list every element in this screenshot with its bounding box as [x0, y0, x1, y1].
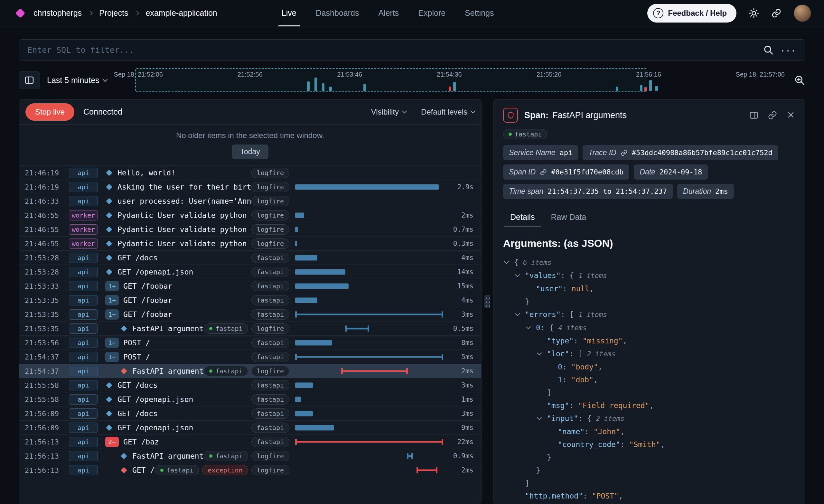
trace-row[interactable]: 21:56:09apiGET /docsfastapi3ms [19, 406, 481, 421]
trace-row[interactable]: 21:46:19apiAsking the user for their bir… [19, 180, 481, 194]
trace-row[interactable]: 21:46:19apiHello, world!logfire [19, 166, 481, 180]
timeline-bar [644, 87, 647, 91]
duration-bar [295, 213, 304, 218]
open-side-panel-icon[interactable] [749, 110, 759, 120]
theme-toggle-icon[interactable] [749, 8, 759, 18]
trace-row-service: api [64, 352, 103, 362]
caret-down-icon[interactable] [503, 259, 511, 267]
trace-row[interactable]: 21:54:37apiFastAPI argumentsfastapilogfi… [19, 364, 481, 378]
trace-row-waterfall [295, 321, 443, 336]
trace-row-time: 21:46:55 [19, 240, 64, 248]
span-kind-diamond-icon [106, 382, 112, 389]
filter-overflow-menu-icon[interactable]: ··· [781, 47, 797, 53]
search-icon[interactable] [763, 44, 774, 56]
trace-row[interactable]: 21:53:28apiGET /docsfastapi4ms [19, 251, 481, 265]
trace-row-time: 21:53:56 [19, 339, 64, 347]
trace-row[interactable]: 21:53:35api1−GET /foobarfastapi3ms [19, 307, 481, 321]
sql-filter-input[interactable] [27, 45, 756, 55]
timeline-bar [364, 84, 366, 91]
trace-row-time: 21:56:09 [19, 424, 64, 432]
caret-down-icon[interactable] [514, 272, 522, 280]
today-button[interactable]: Today [232, 144, 268, 159]
trace-row[interactable]: 21:46:55workerPydantic User validate_pyt… [19, 222, 481, 236]
trace-row[interactable]: 21:53:33api1+GET /foobarfastapi15ms [19, 279, 481, 293]
close-icon[interactable] [786, 110, 795, 120]
trace-row-scopes: fastapi [251, 408, 295, 419]
trace-row[interactable]: 21:53:35apiFastAPI argumentsfastapilogfi… [19, 321, 481, 336]
trace-row[interactable]: 21:54:37api1−POST /fastapi5ms [19, 350, 481, 364]
child-count-badge[interactable]: 1+ [105, 337, 119, 348]
feedback-help-label: Feedback / Help [668, 9, 727, 18]
scope-chip: fastapi [155, 465, 199, 475]
service-tag: api [69, 295, 98, 305]
visibility-dropdown[interactable]: Visibility [371, 107, 406, 116]
trace-row[interactable]: 21:53:35api1+GET /foobarfastapi4ms [19, 293, 481, 307]
child-count-badge[interactable]: 1+ [105, 281, 119, 291]
duration-span-bar [407, 453, 413, 459]
json-line: 1: "dob", [503, 373, 795, 386]
scope-label: fastapi [215, 452, 242, 460]
timeline[interactable]: Sep 18, 21:52:0621:52:5621:53:4621:54:36… [114, 68, 785, 93]
feedback-help-button[interactable]: ? Feedback / Help [647, 4, 736, 22]
nav-tab-alerts[interactable]: Alerts [369, 0, 408, 26]
child-count-badge[interactable]: 1− [105, 309, 119, 320]
time-range-select[interactable]: Last 5 minutes [47, 76, 107, 85]
trace-row[interactable]: 21:55:58apiGET /docsfastapi3ms [19, 378, 481, 392]
caret-down-icon[interactable] [536, 414, 544, 423]
meta-value: api [559, 149, 572, 157]
timeline-bar [329, 87, 332, 91]
trace-row-duration: 15ms [443, 282, 481, 290]
sidebar-toggle-button[interactable] [19, 71, 40, 89]
trace-row[interactable]: 21:56:13apiGET /baz (fofastapiexceptionl… [19, 463, 481, 477]
stop-live-button[interactable]: Stop live [25, 103, 74, 121]
nav-tab-live[interactable]: Live [272, 0, 306, 26]
caret-down-icon[interactable] [525, 324, 533, 332]
nav-tab-explore[interactable]: Explore [408, 0, 455, 26]
child-count-badge[interactable]: 1+ [105, 295, 119, 305]
span-meta: Service NameapiTrace ID#53ddc40980a86b57… [503, 145, 795, 199]
scope-dot-icon [160, 469, 164, 472]
breadcrumb-item-2[interactable]: example-application [145, 8, 217, 18]
json-line-expandable: "loc": [ 2 items [503, 347, 795, 361]
trace-row[interactable]: 21:55:58apiGET /openapi.jsonfastapi1ms [19, 392, 481, 406]
trace-row[interactable]: 21:46:33apiuser processed: User(name='An… [19, 194, 481, 208]
caret-down-icon[interactable] [514, 311, 522, 319]
breadcrumb-item-1[interactable]: Projects [99, 8, 128, 18]
service-tag: api [69, 366, 98, 376]
trace-row-scopes: fastapi [251, 253, 295, 263]
trace-row-service: api [64, 380, 103, 390]
trace-row-service: api [64, 437, 103, 447]
default-levels-dropdown[interactable]: Default levels [421, 107, 475, 116]
span-kind-diamond-icon [106, 396, 112, 403]
nav-tab-settings[interactable]: Settings [455, 0, 503, 26]
child-count-badge[interactable]: 1− [105, 352, 119, 362]
time-range-label: Last 5 minutes [47, 76, 99, 85]
breadcrumb-item-0[interactable]: christophergs [33, 8, 82, 18]
drag-handle-icon[interactable] [485, 295, 490, 308]
logfire-logo-icon[interactable] [15, 8, 25, 18]
copy-link-icon[interactable] [768, 110, 777, 120]
trace-row-scopes: fastapi [251, 337, 295, 348]
trace-row[interactable]: 21:53:56api1+POST /fastapi8ms [19, 336, 481, 350]
user-avatar[interactable] [794, 4, 811, 22]
trace-row-time: 21:56:09 [19, 410, 64, 418]
zoom-in-icon[interactable] [794, 74, 805, 86]
tab-details[interactable]: Details [503, 209, 542, 227]
child-count-badge[interactable]: 2− [105, 437, 119, 447]
duration-span-bar [295, 439, 443, 445]
json-line-expandable: "errors": [ 1 items [503, 308, 795, 321]
panel-resize-divider[interactable] [482, 99, 493, 504]
nav-tab-dashboards[interactable]: Dashboards [306, 0, 369, 26]
trace-row[interactable]: 21:56:13api2−GET /bazfastapi22ms [19, 435, 481, 449]
share-link-icon[interactable] [771, 8, 782, 18]
service-tag: worker [69, 224, 98, 235]
tab-raw-data[interactable]: Raw Data [544, 209, 593, 227]
trace-row-label: GET /docs [103, 254, 251, 262]
trace-row[interactable]: 21:46:55workerPydantic User validate_pyt… [19, 236, 481, 251]
trace-row-duration: 4ms [443, 296, 481, 304]
trace-row[interactable]: 21:56:13apiFastAPI argumentsfastapilogfi… [19, 449, 481, 463]
trace-row[interactable]: 21:53:28apiGET /openapi.jsonfastapi14ms [19, 265, 481, 279]
trace-row[interactable]: 21:56:09apiGET /openapi.jsonfastapi9ms [19, 421, 481, 435]
caret-down-icon[interactable] [536, 350, 544, 358]
trace-row[interactable]: 21:46:55workerPydantic User validate_pyt… [19, 208, 481, 222]
